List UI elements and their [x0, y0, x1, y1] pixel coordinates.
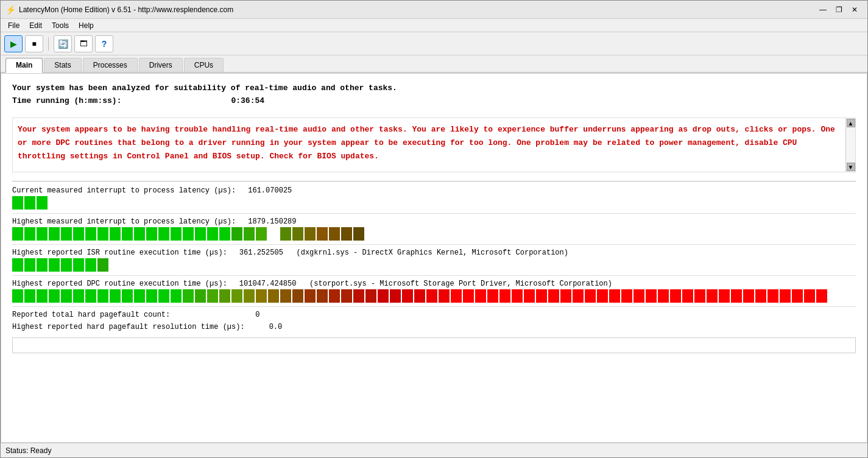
- toolbar-separator: [48, 37, 49, 51]
- analyzed-text: Your system has been analyzed for suitab…: [12, 82, 856, 95]
- main-content: Your system has been analyzed for suitab…: [1, 73, 867, 443]
- titlebar: ⚡ LatencyMon (Home Edition) v 6.51 - htt…: [1, 1, 867, 19]
- minimize-button[interactable]: —: [815, 4, 831, 16]
- play-button[interactable]: ▶: [4, 35, 23, 52]
- scroll-down[interactable]: ▼: [847, 163, 855, 171]
- bar-highest-latency: [12, 227, 856, 241]
- bar-isr: [12, 258, 856, 272]
- divider-2: [12, 213, 856, 214]
- app-icon: ⚡: [5, 5, 15, 15]
- time-label: Time running (h:mm:ss):: [12, 95, 121, 108]
- divider-4: [12, 275, 856, 276]
- status-text: Status: Ready: [5, 446, 51, 455]
- tabbar: Main Stats Processes Drivers CPUs: [1, 55, 867, 73]
- metric-pagefault-count: Reported total hard pagefault count: 0: [12, 311, 856, 319]
- time-value: 0:36:54: [231, 95, 264, 108]
- close-button[interactable]: ✕: [847, 4, 863, 16]
- metric-dpc: Highest reported DPC routine execution t…: [12, 280, 856, 288]
- warning-text: Your system appears to be having trouble…: [18, 123, 843, 163]
- divider-5: [12, 306, 856, 307]
- bar-seg: [24, 196, 35, 210]
- stop-button[interactable]: ■: [25, 35, 43, 52]
- app-window: ⚡ LatencyMon (Home Edition) v 6.51 - htt…: [0, 0, 868, 458]
- tab-main[interactable]: Main: [5, 58, 43, 73]
- window-button[interactable]: 🗔: [74, 35, 93, 52]
- refresh-button[interactable]: 🔄: [54, 35, 72, 52]
- tab-processes[interactable]: Processes: [83, 58, 138, 72]
- status-bar: Status: Ready: [1, 443, 867, 457]
- menu-edit[interactable]: Edit: [24, 19, 47, 32]
- maximize-button[interactable]: ❐: [831, 4, 847, 16]
- titlebar-left: ⚡ LatencyMon (Home Edition) v 6.51 - htt…: [5, 5, 233, 15]
- metric-isr: Highest reported ISR routine execution t…: [12, 248, 856, 257]
- titlebar-buttons: — ❐ ✕: [815, 4, 863, 16]
- divider-1: [12, 181, 856, 181]
- tab-drivers[interactable]: Drivers: [139, 58, 183, 72]
- titlebar-title: LatencyMon (Home Edition) v 6.51 - http:…: [19, 5, 233, 14]
- menu-help[interactable]: Help: [74, 19, 99, 32]
- tab-stats[interactable]: Stats: [44, 58, 81, 72]
- scrollbar[interactable]: ▲ ▼: [845, 118, 855, 172]
- bar-dpc: [12, 289, 856, 303]
- time-row: Time running (h:mm:ss): 0:36:54: [12, 95, 856, 108]
- divider-3: [12, 244, 856, 245]
- menubar: File Edit Tools Help: [1, 19, 867, 32]
- help-button[interactable]: ?: [95, 35, 113, 52]
- toolbar: ▶ ■ 🔄 🗔 ?: [1, 32, 867, 55]
- scroll-up[interactable]: ▲: [847, 119, 855, 127]
- bar-current-latency: [12, 196, 856, 210]
- bar-seg: [37, 196, 48, 210]
- metric-pagefault-time: Highest reported hard pagefault resoluti…: [12, 323, 856, 331]
- tab-cpus[interactable]: CPUs: [184, 58, 224, 72]
- bar-seg: [12, 196, 23, 210]
- menu-tools[interactable]: Tools: [47, 19, 74, 32]
- metric-highest-latency: Highest measured interrupt to process la…: [12, 217, 856, 226]
- metric-current-latency: Current measured interrupt to process la…: [12, 186, 856, 195]
- bottom-input[interactable]: [12, 337, 856, 353]
- menu-file[interactable]: File: [3, 19, 24, 32]
- metric-row-1-label: Current measured interrupt to process la…: [12, 186, 856, 195]
- warning-area: Your system appears to be having trouble…: [12, 118, 856, 172]
